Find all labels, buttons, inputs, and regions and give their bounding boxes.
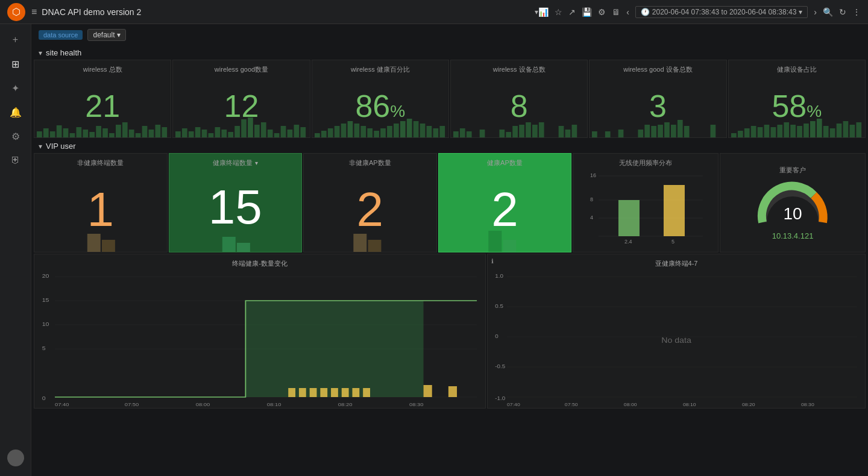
more-icon[interactable]: ⋮ [852,7,861,17]
svg-rect-6 [76,127,81,137]
wireless-good-device-title: wireless good 设备总数 [594,65,721,74]
star-icon[interactable]: ☆ [555,7,562,17]
svg-rect-83 [678,120,683,137]
share-icon[interactable]: ↗ [568,7,576,17]
prev-range-icon[interactable]: ‹ [626,7,629,17]
sidebar-dashboard[interactable]: ⊞ [5,53,27,75]
refresh-icon[interactable]: ↻ [839,7,846,17]
svg-rect-113 [503,240,516,252]
svg-rect-95 [790,125,796,137]
menu-icon[interactable]: ≡ [31,7,37,17]
svg-rect-81 [664,122,670,137]
svg-rect-5 [70,133,75,137]
healthy-terminal-value: 15 [174,183,297,231]
datasource-select[interactable]: default ▾ [87,29,125,41]
svg-rect-33 [261,122,266,137]
svg-text:08:20: 08:20 [338,402,353,407]
topbar-actions: 📊 ☆ ↗ 💾 ⚙ 🖥 ‹ 🕐 2020-06-04 07:38:43 to 2… [538,6,861,18]
wireless-health-pct-card: wireless 健康百分比 86% [312,60,449,138]
datasource-dropdown-icon: ▾ [117,31,121,39]
healthy-device-pct-chart [729,116,865,137]
sidebar-explore[interactable]: ✦ [5,77,27,99]
svg-rect-1 [43,128,49,137]
svg-rect-43 [334,126,339,137]
svg-rect-10 [102,128,108,137]
svg-rect-54 [406,119,412,137]
terminal-health-chart-panel: 终端健康-数量变化 20 15 10 5 0 [34,254,486,409]
svg-text:0: 0 [42,395,46,401]
svg-rect-57 [426,126,432,137]
sidebar-add[interactable]: + [5,29,27,51]
svg-rect-67 [519,125,524,137]
healthy-terminal-dropdown[interactable]: ▾ [255,160,258,166]
graph-icon[interactable]: 📊 [538,7,549,17]
time-range[interactable]: 🕐 2020-06-04 07:38:43 to 2020-06-04 08:3… [635,6,808,18]
svg-rect-106 [87,234,101,252]
svg-text:-0.5: -0.5 [495,363,505,369]
svg-rect-7 [83,130,88,137]
wireless-good-title: wireless good数量 [178,65,304,74]
site-health-header[interactable]: ▾ site health [31,46,868,60]
svg-rect-112 [488,231,502,252]
svg-marker-136 [245,301,423,397]
healthy-terminal-chart [169,228,302,252]
svg-rect-105 [856,122,861,137]
svg-rect-58 [433,128,438,137]
svg-rect-97 [804,124,809,137]
svg-rect-140 [320,388,327,397]
monitor-icon[interactable]: 🖥 [612,7,620,17]
svg-rect-32 [254,125,260,137]
time-dropdown-icon: ▾ [799,8,802,16]
sidebar-shield[interactable]: ⛨ [5,149,27,171]
svg-rect-71 [559,126,564,137]
sub-healthy-chart-title: 亚健康终端4-7 [492,259,860,268]
datasource-value: default [93,31,115,39]
svg-rect-22 [189,131,194,137]
svg-rect-14 [129,130,134,137]
clock-icon: 🕐 [641,8,650,16]
next-range-icon[interactable]: › [814,7,817,17]
svg-rect-101 [829,128,835,137]
sidebar-avatar[interactable] [7,449,24,466]
vip-user-header[interactable]: ▾ VIP user [31,139,868,153]
svg-rect-76 [618,130,624,137]
sub-healthy-chart-area: 1.0 0.5 0 -0.5 -1.0 No data 07:40 07:50 [492,271,860,403]
site-health-chevron: ▾ [39,49,42,57]
sidebar-bell[interactable]: 🔔 [5,101,27,123]
wireless-good-device-chart [590,116,726,137]
svg-rect-42 [327,128,333,137]
svg-rect-73 [571,125,577,137]
wireless-total-title: wireless 总数 [39,65,166,74]
sidebar: + ⊞ ✦ 🔔 ⚙ ⛨ [0,24,31,476]
healthy-terminal-header: 健康终端数量 ▾ [174,158,297,168]
svg-text:15: 15 [42,297,49,303]
svg-text:10: 10 [783,204,802,223]
terminal-health-chart-title: 终端健康-数量变化 [39,259,480,268]
app-logo[interactable]: ⬡ [7,3,25,21]
main-content: data source default ▾ ▾ site health wire… [31,24,868,476]
svg-rect-0 [37,131,42,137]
search-icon[interactable]: 🔍 [823,7,833,17]
svg-rect-78 [645,125,650,137]
svg-rect-29 [235,126,241,137]
important-customer-title: 重要客户 [779,166,806,175]
svg-rect-82 [671,125,676,137]
svg-text:8: 8 [590,196,593,202]
non-healthy-terminal-value: 1 [39,186,162,234]
gear-icon[interactable]: ⚙ [598,7,606,17]
healthy-terminal-card: 健康终端数量 ▾ 15 [169,153,303,252]
svg-rect-12 [116,125,121,137]
svg-text:1.0: 1.0 [495,272,503,279]
svg-rect-39 [301,127,306,137]
svg-rect-15 [136,133,141,137]
sub-healthy-svg: 1.0 0.5 0 -0.5 -1.0 No data 07:40 07:50 [492,271,860,409]
svg-rect-77 [638,130,644,137]
sidebar-gear[interactable]: ⚙ [5,125,27,147]
svg-text:07:40: 07:40 [55,402,69,407]
svg-rect-11 [109,133,115,137]
save-icon[interactable]: 💾 [582,7,592,17]
svg-rect-98 [810,121,816,137]
non-healthy-ap-value: 2 [309,186,432,234]
wireless-total-card: wireless 总数 21 [34,60,171,138]
svg-rect-13 [122,122,128,137]
